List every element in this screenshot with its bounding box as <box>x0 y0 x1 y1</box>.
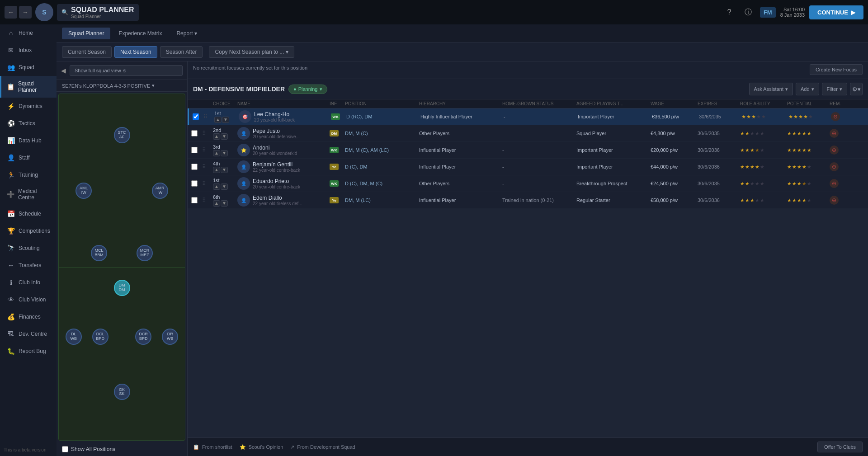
sidebar-item-squad-planner[interactable]: 📋 Squad Planner <box>0 76 57 98</box>
sidebar-item-dynamics[interactable]: ⚡ Dynamics <box>0 98 57 115</box>
player-node-aml[interactable]: AMLIW <box>75 183 92 199</box>
row6-checkbox[interactable] <box>191 197 198 203</box>
row5-up-button[interactable]: ▲ <box>213 183 220 190</box>
sidebar-item-finances[interactable]: 💰 Finances <box>0 308 57 325</box>
table-row[interactable]: ⠿ 2nd ▲ ▼ 👤 Pepe Justo 20 year-old defen… <box>188 125 868 142</box>
row6-remove-button[interactable]: ⊖ <box>830 196 839 205</box>
row1-drag-handle[interactable]: ⠿ <box>203 113 212 120</box>
planning-badge[interactable]: ● Planning ▾ <box>288 85 327 94</box>
row3-drag-handle[interactable]: ⠿ <box>202 147 211 153</box>
player-node-gk[interactable]: GKSK <box>114 384 130 400</box>
row1-nation-badge: WK <box>331 113 340 120</box>
season-after-button[interactable]: Season After <box>160 46 203 58</box>
row3-checkbox[interactable] <box>191 147 198 153</box>
row3-down-button[interactable]: ▼ <box>221 150 228 156</box>
tab-report[interactable]: Report ▾ <box>170 28 203 39</box>
collapse-button[interactable]: ◀ <box>61 67 66 74</box>
player-node-mcl[interactable]: MCLBBM <box>91 245 107 261</box>
player-node-amr[interactable]: AMRIW <box>152 183 168 199</box>
row5-drag-handle[interactable]: ⠿ <box>202 180 211 187</box>
sidebar-item-schedule[interactable]: 📅 Schedule <box>0 205 57 222</box>
filter-button[interactable]: Filter ▾ <box>822 83 847 95</box>
row1-checkbox[interactable] <box>193 113 199 120</box>
row6-drag-handle[interactable]: ⠿ <box>202 197 211 203</box>
legend-scout: ⭐ Scout's Opinion <box>240 444 283 450</box>
create-focus-label: Create New Focus <box>816 67 857 72</box>
formation-selector[interactable]: SE7EN's KLOPPDOLA 4-3-3 POSITIVE ▾ <box>57 80 187 92</box>
table-row[interactable]: ⠿ 1st ▲ ▼ 🎯 Lee Chang-Ho 20 year-old ful… <box>188 108 868 125</box>
row1-down-button[interactable]: ▼ <box>222 117 229 123</box>
row2-checkbox[interactable] <box>191 130 198 136</box>
sidebar-item-club-vision[interactable]: 👁 Club Vision <box>0 291 57 308</box>
show-squad-button[interactable]: Show full squad view ⎋ <box>70 65 183 76</box>
row2-nation-badge: DM <box>330 130 339 136</box>
sidebar-item-staff[interactable]: 👤 Staff <box>0 149 57 166</box>
sidebar-item-medical[interactable]: ➕ Medical Centre <box>0 183 57 205</box>
forward-button[interactable]: → <box>19 6 32 19</box>
offer-clubs-button[interactable]: Offer To Clubs <box>817 442 863 452</box>
sidebar-item-club-info[interactable]: ℹ Club Info <box>0 274 57 291</box>
copy-dropdown[interactable]: Copy Next Season plan to ... ▾ <box>209 46 294 58</box>
row5-checkbox[interactable] <box>191 180 198 187</box>
sidebar-item-report-bug[interactable]: 🐛 Report Bug <box>0 343 57 360</box>
player-node-dr[interactable]: DRWB <box>162 329 178 345</box>
row4-up-button[interactable]: ▲ <box>213 167 220 173</box>
row3-up-button[interactable]: ▲ <box>213 150 220 156</box>
row6-down-button[interactable]: ▼ <box>221 200 228 207</box>
sidebar-item-training[interactable]: 🏃 Training <box>0 166 57 183</box>
row4-checkbox[interactable] <box>191 164 198 170</box>
sidebar-item-inbox[interactable]: ✉ Inbox <box>0 42 57 59</box>
player-node-mcr[interactable]: MCRMEZ <box>137 245 153 261</box>
player-node-stc[interactable]: STCAF <box>114 127 130 143</box>
sidebar-item-transfers[interactable]: ↔ Transfers <box>0 257 57 274</box>
player-node-dl[interactable]: DLWB <box>66 329 82 345</box>
row6-avatar: 👤 <box>237 194 250 207</box>
ask-assistant-button[interactable]: Ask Assistant ▾ <box>749 83 793 95</box>
table-row[interactable]: ⠿ 3rd ▲ ▼ ⭐ Andoni 20 year-old wonderkid <box>188 142 868 159</box>
row3-remove-button[interactable]: ⊖ <box>830 146 839 155</box>
table-row[interactable]: ⠿ 4th ▲ ▼ 👤 Benjamín Gentili 22 year-old… <box>188 159 868 175</box>
table-row[interactable]: ⠿ 6th ▲ ▼ 👤 Edem Diallo 22 year-old tire… <box>188 192 868 209</box>
sidebar-item-data-hub[interactable]: 📊 Data Hub <box>0 132 57 149</box>
current-season-button[interactable]: Current Season <box>62 46 112 58</box>
row4-down-button[interactable]: ▼ <box>221 167 228 173</box>
tab-squad-planner[interactable]: Squad Planner <box>62 28 110 39</box>
row2-down-button[interactable]: ▼ <box>221 133 228 140</box>
row5-remove-button[interactable]: ⊖ <box>830 179 839 188</box>
add-button[interactable]: Add ▾ <box>796 83 819 95</box>
row1-choice: 1st ▲ ▼ <box>214 111 237 123</box>
tab-experience-matrix[interactable]: Experience Matrix <box>112 28 168 39</box>
row2-up-button[interactable]: ▲ <box>213 133 220 140</box>
row6-role-stars: ★★★★★ <box>740 197 785 203</box>
formation-panel: ◀ Show full squad view ⎋ SE7EN's KLOPPDO… <box>57 61 188 456</box>
show-all-positions-checkbox[interactable] <box>62 446 68 452</box>
row2-remove-button[interactable]: ⊖ <box>830 129 839 138</box>
help-icon-button[interactable]: ? <box>722 5 736 19</box>
row4-remove-button[interactable]: ⊖ <box>830 162 839 171</box>
player-node-dcr[interactable]: DCRBPD <box>135 329 151 345</box>
row2-drag-handle[interactable]: ⠿ <box>202 130 211 136</box>
sidebar-item-scouting[interactable]: 🔭 Scouting <box>0 240 57 257</box>
sidebar-item-dev-centre[interactable]: 🏗 Dev. Centre <box>0 325 57 343</box>
row1-remove-button[interactable]: ⊖ <box>831 112 840 121</box>
table-row[interactable]: ⠿ 1st ▲ ▼ 👤 Eduardo Prieto 20 year-old c… <box>188 175 868 192</box>
squad-icon: 👥 <box>7 63 15 71</box>
player-node-dcl[interactable]: DCLBPD <box>92 329 108 345</box>
sidebar-item-competitions[interactable]: 🏆 Competitions <box>0 222 57 240</box>
info-icon-button[interactable]: ⓘ <box>741 5 755 19</box>
create-focus-button[interactable]: Create New Focus <box>810 64 863 75</box>
settings-button[interactable]: ⚙ ▾ <box>850 83 863 95</box>
row4-drag-handle[interactable]: ⠿ <box>202 164 211 170</box>
player-node-dm[interactable]: DMDM <box>114 280 130 296</box>
sidebar-item-tactics[interactable]: ⚽ Tactics <box>0 115 57 132</box>
row5-down-button[interactable]: ▼ <box>221 183 228 190</box>
legend-development: ↗ From Development Squad <box>290 444 355 450</box>
back-button[interactable]: ← <box>5 6 17 19</box>
next-season-button[interactable]: Next Season <box>114 46 157 58</box>
sidebar-item-squad[interactable]: 👥 Squad <box>0 59 57 76</box>
row6-up-button[interactable]: ▲ <box>213 200 220 207</box>
row1-up-button[interactable]: ▲ <box>214 117 222 123</box>
sidebar-item-home[interactable]: ⌂ Home <box>0 24 57 42</box>
continue-button[interactable]: CONTINUE ▶ <box>809 5 863 19</box>
current-season-label: Current Season <box>68 49 106 55</box>
